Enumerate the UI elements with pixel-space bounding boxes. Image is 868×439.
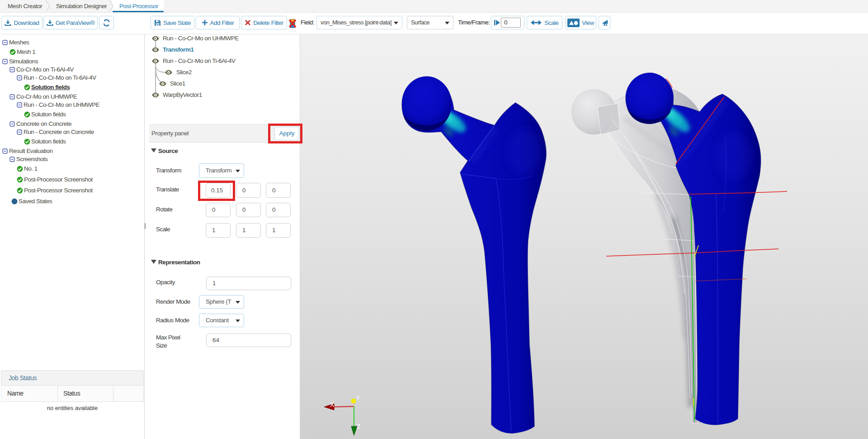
svg-text:Y: Y: [356, 394, 360, 401]
svg-text:Z: Z: [357, 423, 361, 430]
svg-text:X: X: [330, 401, 335, 408]
